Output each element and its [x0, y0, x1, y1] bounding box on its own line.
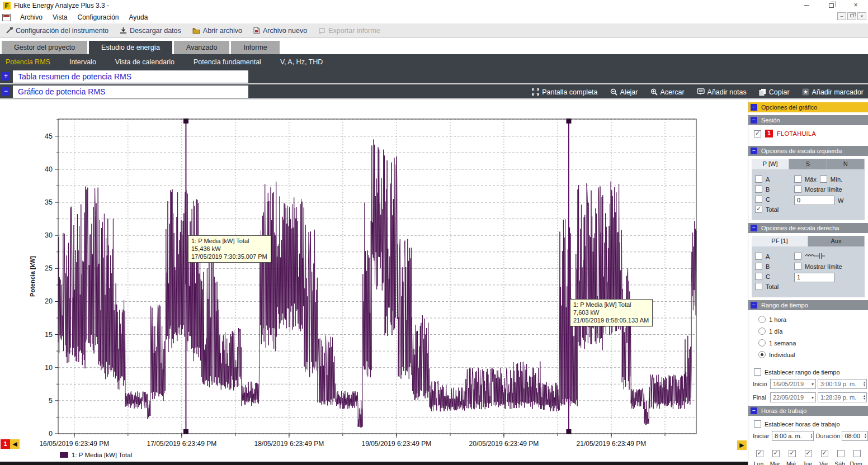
mdi-restore-button[interactable]	[847, 12, 856, 20]
session-checkbox[interactable]	[754, 130, 761, 137]
day-mie-checkbox[interactable]	[789, 450, 796, 457]
time-range-header[interactable]: − Rango de tiempo	[748, 300, 868, 310]
menu-archivo[interactable]: Archivo	[15, 12, 48, 23]
menu-ayuda[interactable]: Ayuda	[124, 12, 153, 23]
bottom-edge-bar	[0, 462, 752, 465]
zoom-in-button[interactable]: Acercar	[650, 88, 685, 96]
working-hours-header[interactable]: − Horas de trabajo	[748, 406, 868, 416]
tab-avanzado[interactable]: Avanzado	[174, 41, 229, 54]
scroll-left-arrow[interactable]: ◀	[10, 439, 20, 449]
left-scale-tab-s[interactable]: S	[789, 159, 827, 169]
set-working-hours-checkbox[interactable]	[754, 420, 761, 428]
add-marker-button[interactable]: ★ Añadir marcador	[802, 88, 864, 96]
subtab-vista-de-calendario[interactable]: Vista de calendario	[115, 58, 174, 66]
phase-a-checkbox[interactable]	[755, 253, 762, 260]
left-scale-tab-p[interactable]: P [W]	[752, 159, 789, 169]
spinner-arrows-icon[interactable]: ▴▾	[810, 433, 813, 439]
subtab-potencia-rms[interactable]: Potencia RMS	[6, 58, 50, 66]
copy-button[interactable]: Copiar	[759, 88, 790, 96]
tab-estudio-de-energia[interactable]: Estudio de energía	[89, 41, 172, 54]
spinner-arrows-icon[interactable]: ▴▾	[865, 433, 867, 439]
max-checkbox[interactable]	[794, 175, 801, 183]
right-scale-tab-aux[interactable]: Aux	[808, 236, 865, 246]
close-button[interactable]: ×	[843, 0, 868, 11]
min-checkbox[interactable]	[820, 175, 827, 183]
show-limit-checkbox[interactable]	[794, 263, 801, 270]
zoom-out-button[interactable]: Alejar	[610, 88, 638, 96]
working-start-value: 8:00 a. m.	[775, 433, 802, 439]
collapse-icon[interactable]: −	[751, 407, 757, 414]
phase-a-checkbox[interactable]	[755, 175, 762, 183]
collapse-icon[interactable]: −	[751, 148, 757, 154]
end-date-select[interactable]: 22/05/2019▾	[770, 392, 816, 402]
phase-c-checkbox[interactable]	[755, 273, 762, 280]
day-dom-checkbox[interactable]	[853, 450, 861, 457]
show-limit-checkbox[interactable]	[794, 186, 801, 193]
right-scale-header[interactable]: − Opciones de escala derecha	[748, 223, 868, 233]
new-file-button[interactable]: Archivo nuevo	[248, 25, 313, 37]
collapse-icon[interactable]: −	[751, 302, 757, 309]
left-scale-header[interactable]: − Opciones de escala izquierda	[748, 146, 868, 156]
right-scale-tab-pf[interactable]: PF [1]	[752, 236, 808, 246]
day-lun-checkbox[interactable]	[756, 450, 763, 457]
radio-1-dia[interactable]	[758, 328, 766, 335]
phase-total-checkbox[interactable]	[755, 206, 762, 213]
menu-configuracion[interactable]: Configuración	[72, 12, 124, 23]
mdi-close-button[interactable]: ×	[857, 12, 866, 20]
start-time-spinner[interactable]: 3:00:19 p. m.▴▾	[818, 379, 867, 389]
spinner-arrows-icon[interactable]: ▴▾	[864, 395, 866, 400]
power-rms-chart[interactable]: 05101520253035404516/05/2019 6:23:49 PM1…	[0, 99, 748, 465]
set-time-range-checkbox[interactable]	[754, 368, 761, 376]
day-vie-checkbox[interactable]	[821, 450, 828, 457]
show-limit-label: Mostrar límite	[805, 263, 842, 270]
menu-vista[interactable]: Vista	[48, 12, 72, 23]
add-notes-button[interactable]: Añadir notas	[697, 88, 747, 96]
collapse-icon[interactable]: −	[751, 117, 757, 124]
minimize-button[interactable]	[794, 0, 819, 11]
subtab-intervalo[interactable]: Intervalo	[69, 58, 96, 66]
scroll-right-arrow[interactable]: ▶	[737, 440, 747, 450]
radio-1-hora[interactable]	[758, 316, 766, 323]
limit-value-input[interactable]: 0	[794, 196, 834, 205]
tab-gestor-del-proyecto[interactable]: Gestor del proyecto	[2, 41, 87, 54]
chart-options-header[interactable]: − Opciones del gráfico	[748, 102, 868, 112]
tab-informe[interactable]: Informe	[231, 41, 279, 54]
working-start-spinner[interactable]: 8:00 a. m.▴▾	[772, 431, 814, 441]
radio-1-semana[interactable]	[758, 339, 766, 347]
fullscreen-icon	[532, 88, 539, 96]
table-summary-title[interactable]: Tabla resumen de potencia RMS	[13, 70, 248, 83]
collapse-icon[interactable]: −	[751, 104, 757, 111]
reactive-checkbox[interactable]	[794, 253, 801, 260]
day-jue-checkbox[interactable]	[805, 450, 812, 457]
download-data-button[interactable]: Descargar datos	[114, 25, 187, 37]
duration-spinner[interactable]: 08:00▴▾	[842, 431, 868, 441]
limit-value-input[interactable]: 1	[794, 273, 834, 282]
day-sab-checkbox[interactable]	[837, 450, 845, 457]
instrument-setup-button[interactable]: Configuración del instrumento	[0, 25, 114, 37]
end-time-spinner[interactable]: 1:28:39 p. m.▴▾	[818, 392, 867, 402]
fullscreen-button[interactable]: Pantalla completa	[532, 88, 597, 96]
end-time-value: 1:28:39 p. m.	[820, 394, 856, 401]
chart-canvas[interactable]: 05101520253035404516/05/2019 6:23:49 PM1…	[0, 99, 748, 465]
phase-b-checkbox[interactable]	[755, 263, 762, 270]
expand-icon[interactable]: +	[2, 72, 10, 80]
spinner-arrows-icon[interactable]: ▴▾	[864, 381, 866, 387]
restore-button[interactable]	[819, 0, 843, 11]
collapse-icon[interactable]: −	[2, 87, 10, 96]
day-mar-checkbox[interactable]	[772, 450, 780, 457]
phase-b-checkbox[interactable]	[755, 186, 762, 193]
session-item: 1 FLOTAHUILA	[748, 125, 868, 143]
phase-c-checkbox[interactable]	[755, 196, 762, 203]
mdi-minimize-button[interactable]: –	[837, 12, 846, 20]
phase-total-checkbox[interactable]	[755, 283, 762, 290]
start-date-select[interactable]: 16/05/2019▾	[770, 379, 816, 389]
open-file-button[interactable]: Abrir archivo	[187, 25, 248, 37]
zoom-in-label: Acercar	[661, 88, 685, 96]
collapse-icon[interactable]: −	[751, 225, 757, 231]
radio-individual[interactable]	[758, 351, 766, 358]
subtab-potencia-fundamental[interactable]: Potencia fundamental	[194, 58, 261, 66]
left-scale-tab-n[interactable]: N	[827, 159, 865, 169]
session-header[interactable]: − Sesión	[748, 115, 868, 125]
chart-panel-title[interactable]: Gráfico de potencia RMS	[13, 86, 248, 98]
subtab-v-a-hz-thd[interactable]: V, A, Hz, THD	[280, 58, 323, 66]
